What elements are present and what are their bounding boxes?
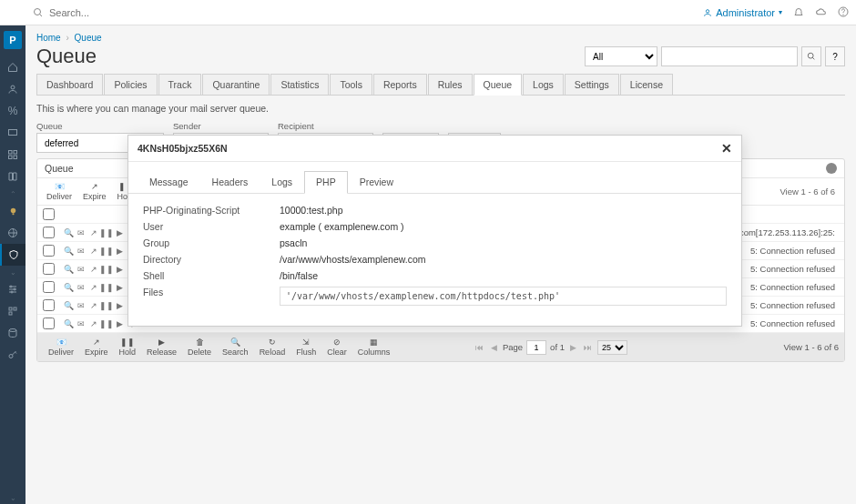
- title-filter-select[interactable]: All: [585, 46, 657, 66]
- foot-columns[interactable]: ▦Columns: [352, 336, 396, 358]
- svg-line-1: [40, 14, 43, 16]
- tab-statistics[interactable]: Statistics: [270, 74, 329, 95]
- svg-rect-7: [9, 151, 13, 155]
- logo[interactable]: P: [4, 31, 22, 49]
- foot-delete[interactable]: 🗑Delete: [182, 336, 217, 358]
- page-first[interactable]: ⏮: [474, 343, 485, 352]
- row-pause-icon[interactable]: ❚❚: [102, 228, 111, 237]
- nav-sliders[interactable]: [0, 278, 25, 300]
- page-title: Queue: [36, 45, 585, 68]
- title-help-btn[interactable]: ?: [825, 46, 845, 66]
- row-checkbox[interactable]: [43, 245, 55, 257]
- foot-expire[interactable]: ↗Expire: [79, 336, 114, 358]
- page-label: Page: [503, 342, 523, 352]
- nav-book[interactable]: [0, 166, 25, 187]
- tool-expire[interactable]: ↗Expire: [77, 180, 112, 203]
- help-icon[interactable]: [838, 5, 849, 21]
- row-checkbox[interactable]: [43, 227, 55, 238]
- nav-apps[interactable]: [0, 300, 25, 322]
- page-input[interactable]: [526, 340, 546, 355]
- nav-home[interactable]: [0, 56, 25, 78]
- svg-rect-19: [9, 312, 12, 315]
- nav-globe[interactable]: [0, 222, 25, 244]
- modal-tab-preview[interactable]: Preview: [348, 171, 405, 193]
- message-detail-modal: 4KNsH05bjxz55X6N ✕ Message Headers Logs …: [127, 135, 742, 327]
- tab-tools[interactable]: Tools: [330, 74, 372, 95]
- modal-tab-message[interactable]: Message: [138, 171, 200, 193]
- modal-tab-logs[interactable]: Logs: [260, 171, 304, 193]
- tab-queue[interactable]: Queue: [474, 74, 523, 96]
- tab-rules[interactable]: Rules: [428, 74, 473, 95]
- page-last[interactable]: ⏭: [582, 343, 594, 352]
- row-view-icon[interactable]: 🔍: [64, 228, 73, 237]
- foot-flush[interactable]: ⇲Flush: [290, 336, 321, 358]
- title-search-btn[interactable]: [801, 46, 821, 66]
- caret-down-icon: ▾: [779, 8, 782, 16]
- tab-quarantine[interactable]: Quarantine: [202, 74, 270, 95]
- title-filter-input[interactable]: [661, 46, 798, 66]
- row-checkbox[interactable]: [43, 299, 55, 311]
- page-prev[interactable]: ◀: [489, 343, 499, 352]
- svg-rect-18: [14, 307, 16, 310]
- bell-icon[interactable]: [793, 5, 804, 21]
- nav-bulb[interactable]: [0, 200, 25, 222]
- modal-tab-headers[interactable]: Headers: [200, 171, 260, 193]
- nav-shield[interactable]: [0, 244, 25, 266]
- foot-reload[interactable]: ↻Reload: [254, 336, 291, 358]
- filter-queue-label: Queue: [36, 121, 164, 131]
- prop-files-input[interactable]: [280, 287, 727, 306]
- tab-policies[interactable]: Policies: [104, 74, 157, 95]
- prop-group-label: Group: [143, 237, 280, 248]
- modal-tab-php[interactable]: PHP: [304, 171, 348, 194]
- breadcrumb-queue[interactable]: Queue: [75, 33, 102, 43]
- svg-rect-9: [9, 156, 13, 159]
- panel-collapse-icon[interactable]: [826, 163, 837, 174]
- breadcrumb-home[interactable]: Home: [36, 33, 61, 43]
- page-size-select[interactable]: 25: [597, 340, 627, 355]
- svg-rect-6: [9, 130, 17, 136]
- breadcrumb: Home › Queue: [36, 33, 845, 43]
- page-of: of 1: [550, 342, 565, 352]
- sidebar-chev-bottom[interactable]: ⌄: [0, 491, 25, 504]
- tab-dashboard[interactable]: Dashboard: [36, 74, 103, 95]
- tab-settings[interactable]: Settings: [565, 74, 619, 95]
- foot-hold[interactable]: ❚❚Hold: [114, 336, 142, 358]
- nav-key[interactable]: [0, 344, 25, 366]
- row-mail-icon[interactable]: ✉: [76, 228, 86, 237]
- cloud-icon[interactable]: [815, 5, 827, 21]
- svg-point-11: [10, 207, 15, 213]
- sidebar-chev-down[interactable]: ⌄: [0, 266, 25, 278]
- global-search-input[interactable]: [49, 7, 322, 18]
- prop-shell-value: /bin/false: [280, 270, 727, 281]
- tab-license[interactable]: License: [620, 74, 673, 95]
- tab-reports[interactable]: Reports: [373, 74, 427, 95]
- sidebar-chev-up[interactable]: ⌃: [0, 187, 25, 200]
- tab-track[interactable]: Track: [158, 74, 202, 95]
- row-checkbox[interactable]: [43, 263, 55, 275]
- prop-group-value: psacln: [280, 237, 727, 248]
- nav-users[interactable]: [0, 78, 25, 100]
- nav-db[interactable]: [0, 322, 25, 344]
- tool-deliver[interactable]: 📧Deliver: [41, 180, 77, 203]
- select-all-checkbox[interactable]: [43, 208, 55, 220]
- user-menu[interactable]: Administrator ▾: [703, 7, 782, 18]
- page-next[interactable]: ▶: [568, 343, 578, 352]
- svg-point-21: [9, 355, 13, 358]
- foot-clear[interactable]: ⊘Clear: [321, 336, 352, 358]
- svg-point-22: [808, 53, 813, 58]
- filter-sender-label: Sender: [173, 121, 269, 131]
- row-external-icon[interactable]: ↗: [89, 228, 98, 237]
- nav-monitor[interactable]: [0, 122, 25, 144]
- svg-rect-10: [14, 156, 17, 159]
- modal-close-icon[interactable]: ✕: [721, 141, 732, 156]
- row-checkbox[interactable]: [43, 281, 55, 293]
- row-play-icon[interactable]: ▶: [115, 228, 124, 237]
- tab-logs[interactable]: Logs: [523, 74, 564, 95]
- row-checkbox[interactable]: [43, 318, 55, 329]
- foot-deliver[interactable]: 📧Deliver: [43, 336, 79, 358]
- panel-title: Queue: [45, 163, 74, 174]
- foot-search[interactable]: 🔍Search: [217, 336, 254, 358]
- nav-grid[interactable]: [0, 144, 25, 166]
- foot-release[interactable]: ▶Release: [141, 336, 182, 358]
- nav-percent[interactable]: %: [0, 100, 25, 122]
